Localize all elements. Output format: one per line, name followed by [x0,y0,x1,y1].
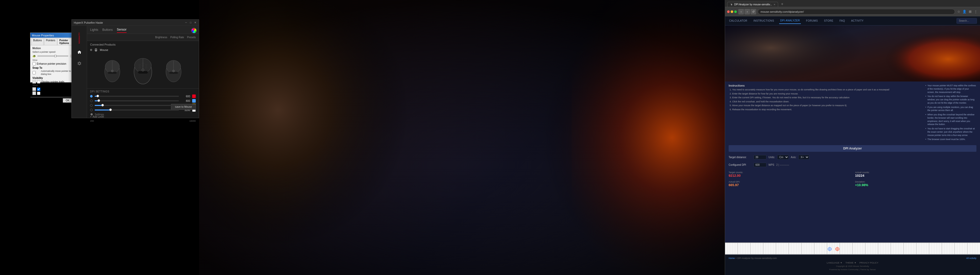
snap-to-checkbox[interactable] [32,71,36,74]
axis-select[interactable]: X+ X- Y+ Y- [798,155,809,160]
dpi-radio-4[interactable] [90,109,93,111]
nav-instructions[interactable]: INSTRUCTIONS [752,18,775,24]
mouse-image-main[interactable] [129,55,157,86]
footer-language[interactable]: LANGUAGE ▼ [827,261,842,264]
deviation-label: Deviation: [855,180,977,183]
ngenuity-logo: NGENUITY [78,28,80,44]
dpi-slider-1[interactable] [95,96,179,97]
new-tab-button[interactable]: + [779,1,785,7]
tab-title: DPI Analyzer by mouse-sensitiv... [734,3,772,6]
rgb-color-swatch[interactable] [191,28,197,33]
axis-label: Axis: [791,156,797,159]
footer-privacy[interactable]: PRIVACY POLICY [859,261,878,264]
configured-dpi-input[interactable] [754,163,767,167]
brightness-label: Brightness [155,36,167,39]
bookmark-icon[interactable]: ☆ [956,9,961,14]
wps-label: WPS [768,163,774,166]
crosshair-left[interactable] [827,244,832,254]
nav-dpi-analyzer[interactable]: DPI ANALYZER [779,17,801,24]
ctrl-icon [32,92,36,95]
nav-store[interactable]: STORE [823,18,835,24]
show-ctrl-checkbox[interactable] [37,92,40,95]
trail-icon [32,80,36,84]
tab-pointers[interactable]: Pointers [44,38,57,45]
target-counts-label: Target counts: [729,171,850,174]
address-bar[interactable]: mouse-sensitivity.com/dpianalyzer/ [758,9,955,14]
breadcrumb-home[interactable]: Home [729,257,735,259]
mouse-image-area [87,53,199,89]
mouse-list-item[interactable]: Mouse [87,47,199,53]
presets-label: Presets [187,36,196,39]
sidebar-icon-home[interactable] [75,47,84,57]
svg-rect-2 [32,80,36,84]
ok-button[interactable]: OK [63,98,72,103]
nav-forums[interactable]: FORUMS [805,18,819,24]
window-close-button[interactable] [727,10,730,13]
svg-rect-3 [32,87,36,91]
ngenuity-window-title: HyperX Pulsefire Haste [74,21,103,24]
nav-calculator[interactable]: CALCULATOR [728,18,748,24]
dpi-analyzer-title: DPI Analyzer [729,145,977,152]
window-minimize-button[interactable] [731,10,733,13]
nav-activity[interactable]: ACTIVITY [850,18,865,24]
instructions-header: Instructions [729,84,922,87]
configured-dpi-label: Configured DPI [729,163,752,166]
tab-sensor[interactable]: Sensor [117,27,127,33]
tab-lights[interactable]: Lights [90,27,98,33]
close-icon[interactable]: ✕ [194,21,197,24]
dpi-radio-3[interactable] [90,104,93,107]
back-button[interactable]: ‹ [738,9,744,14]
crosshair-right[interactable] [835,244,840,254]
footer-theme[interactable]: THEME ▼ [845,261,856,264]
ngenuity-application: HyperX Pulsefire Haste ─ □ ✕ NGENUITY Li… [72,19,199,118]
action-figure-right [572,0,725,275]
window-maximize-button[interactable] [734,10,737,13]
sidebar-icon-settings[interactable] [75,59,84,68]
profile-icon[interactable]: 👤 [962,9,967,14]
note-4: When you drag the crosshair beyond the w… [925,113,977,126]
settings-button[interactable]: Settings [90,113,104,116]
footer-copyright: Copyright @ 2020 Mouse Sensitivity [729,265,977,267]
site-footer: Home > DPI Analyzer by mouse-sensitivity… [725,254,980,275]
dialog-title: Mouse Properties [32,34,54,37]
hide-pointer-checkbox[interactable] [37,88,40,91]
dpi-color-2[interactable] [192,99,196,103]
ngenuity-titlebar: HyperX Pulsefire Haste ─ □ ✕ [72,20,199,26]
browser-window: 🖱 DPI Analyzer by mouse-sensitiv... ✕ + … [725,0,980,275]
browser-tab-active[interactable]: 🖱 DPI Analyzer by mouse-sensitiv... ✕ [727,2,778,7]
dpi-value-1: 600 [181,95,190,98]
pointer-speed-slider[interactable] [38,55,68,57]
tab-close-button[interactable]: ✕ [773,3,776,6]
dpi-radio-1[interactable] [90,95,93,98]
dpi-slider-2[interactable] [95,100,179,101]
display-trails-checkbox[interactable] [37,80,40,84]
turtle-icon: 🐢 [32,54,37,58]
dpi-slider-3[interactable] [95,105,179,106]
enhance-precision-checkbox[interactable] [32,62,36,65]
nav-faq[interactable]: FAQ [838,18,846,24]
units-select[interactable]: Cm In [777,155,789,160]
tab-buttons[interactable]: Buttons [32,38,44,45]
dpi-value-2: 800 [181,100,190,102]
actual-counts-item: Actual counts: 10224 [855,171,977,177]
all-activity-link[interactable]: All Activity [966,257,977,259]
dpi-radio-2[interactable] [90,100,93,102]
ngenuity-sidebar: NGENUITY [72,26,87,118]
menu-icon[interactable]: ⋮ [974,9,978,14]
banner-svg [725,25,980,82]
extensions-icon[interactable]: ⊞ [968,9,972,14]
dpi-color-1[interactable] [192,95,196,98]
reload-button[interactable]: ↺ [751,9,756,14]
maximize-icon[interactable]: □ [189,21,192,24]
ngenuity-tabs-container: Lights Buttons Sensor [90,27,127,33]
forward-button[interactable]: › [745,9,750,14]
tab-buttons[interactable]: Buttons [102,27,113,33]
dpi-ruler[interactable] [725,242,980,254]
soldier-left [209,0,337,275]
dpi-slider-4[interactable] [95,109,179,111]
footer-top-row: Home > DPI Analyzer by mouse-sensitivity… [729,257,977,259]
minimize-icon[interactable]: ─ [185,21,188,24]
target-distance-input[interactable] [754,155,767,160]
svg-text:🐢: 🐢 [32,54,36,58]
site-search[interactable]: Search... [956,18,977,24]
